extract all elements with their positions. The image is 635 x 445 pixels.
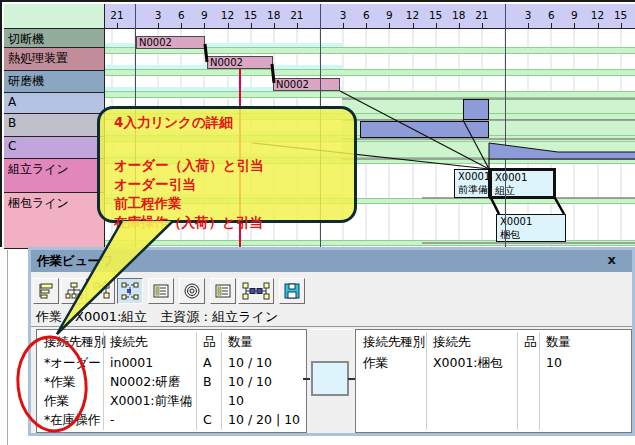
close-icon[interactable]: x bbox=[608, 252, 616, 267]
gantt-bar-n0002-grind[interactable]: N0002 bbox=[273, 78, 340, 91]
resource-tree-icon bbox=[37, 282, 55, 300]
row-divider bbox=[342, 158, 635, 160]
tick-mark bbox=[274, 23, 275, 28]
resource-tree-button[interactable] bbox=[33, 278, 59, 304]
tick-label: 21 bbox=[110, 9, 123, 21]
resource-row-label[interactable]: 組立ライン bbox=[4, 159, 105, 193]
annotation-line: オーダー引当 bbox=[114, 175, 354, 194]
op-box-packing[interactable]: X0001 梱包 bbox=[496, 214, 566, 242]
tick-label: 12 bbox=[591, 9, 604, 21]
tick-mark bbox=[621, 23, 622, 28]
order-mark-a[interactable] bbox=[463, 99, 489, 120]
tick-label: 9 bbox=[571, 9, 578, 21]
integrated-view-button[interactable] bbox=[117, 278, 143, 304]
row-divider bbox=[342, 138, 635, 140]
tick-label: 15 bbox=[244, 9, 257, 21]
tick-mark bbox=[366, 23, 367, 28]
tick-mark bbox=[459, 23, 460, 28]
table-row[interactable]: *オーダー in0001 A 10 / 10 bbox=[37, 353, 306, 372]
tick-mark bbox=[436, 23, 437, 28]
dialog-toolbar bbox=[33, 276, 307, 306]
tick-label: 15 bbox=[614, 9, 627, 21]
operation-viewer-dialog: 作業ビューワ x bbox=[28, 247, 635, 436]
output-links-table: 接続先種別 接続先 品 数量 作業 X0001:梱包 10 bbox=[355, 329, 632, 433]
input-links-table: 接続先種別 接続先 品 数量 *オーダー in0001 A 10 / 10 *作… bbox=[36, 329, 307, 433]
link-chart-button[interactable] bbox=[238, 278, 274, 304]
op-box-assembly[interactable]: X0001 組立 bbox=[489, 168, 556, 199]
tick-mark bbox=[181, 23, 182, 28]
node-connector bbox=[348, 378, 355, 380]
org-chart-button[interactable] bbox=[61, 278, 87, 304]
save-button[interactable] bbox=[279, 278, 305, 304]
link-chart-icon bbox=[242, 282, 270, 300]
tick-label: 9 bbox=[386, 9, 393, 21]
tick-label: 9 bbox=[201, 9, 208, 21]
row-separator-band bbox=[105, 69, 635, 76]
table-row[interactable]: 作業 X0001:前準備 10 bbox=[37, 391, 306, 410]
tick-label: 21 bbox=[475, 9, 488, 21]
gantt-bar-n0002-heat[interactable]: N0002 bbox=[207, 56, 273, 69]
tick-label: 12 bbox=[221, 9, 234, 21]
order-mark-b[interactable] bbox=[360, 121, 489, 138]
tick-label: 3 bbox=[340, 9, 347, 21]
tick-mark bbox=[389, 23, 390, 28]
resource-row-label[interactable]: 切断機 bbox=[4, 29, 105, 48]
resource-row-label[interactable]: A bbox=[4, 93, 105, 114]
gantt-bar-n0002-cut[interactable]: N0002 bbox=[136, 36, 205, 49]
tick-mark bbox=[228, 23, 229, 28]
operation-info-line: 作業：X0001:組立 主資源：組立ライン bbox=[36, 308, 278, 326]
target-icon bbox=[183, 282, 201, 300]
tick-label: 18 bbox=[452, 9, 465, 21]
window-edge-line bbox=[7, 250, 8, 445]
tick-mark bbox=[413, 23, 414, 28]
tick-mark bbox=[343, 23, 344, 28]
resource-row-label[interactable]: 梱包ライン bbox=[4, 193, 105, 249]
tick-label: 18 bbox=[267, 9, 280, 21]
tick-label: 6 bbox=[363, 9, 370, 21]
operation-form-button-2[interactable] bbox=[210, 278, 236, 304]
tick-mark bbox=[574, 23, 575, 28]
table-row[interactable]: *在庫操作 - C 10 / 20 | 10 bbox=[37, 410, 306, 429]
operation-node[interactable] bbox=[311, 361, 349, 396]
tick-label: 6 bbox=[548, 9, 555, 21]
resource-row-label[interactable]: C bbox=[4, 137, 105, 159]
tick-mark bbox=[204, 23, 205, 28]
node-connector bbox=[303, 378, 310, 380]
tick-label: 12 bbox=[406, 9, 419, 21]
tick-mark bbox=[158, 23, 159, 28]
resource-row-label[interactable]: B bbox=[4, 114, 105, 137]
annotation-balloon: 4入力リンクの詳細 オーダー（入荷）と引当 オーダー引当 前工程作業 在庫操作（… bbox=[97, 106, 357, 223]
table-row[interactable]: *作業 N0002:研磨 B 10 / 10 bbox=[37, 372, 306, 391]
tick-label: 15 bbox=[429, 9, 442, 21]
tick-mark bbox=[528, 23, 529, 28]
upstream-link-icon bbox=[93, 282, 111, 300]
resource-column-header bbox=[4, 4, 105, 29]
annotation-line: オーダー（入荷）と引当 bbox=[114, 156, 354, 175]
row-divider bbox=[422, 242, 635, 244]
tick-mark bbox=[251, 23, 252, 28]
operation-form-button[interactable] bbox=[148, 278, 174, 304]
dialog-titlebar[interactable]: 作業ビューワ x bbox=[31, 250, 632, 272]
save-floppy-icon bbox=[283, 282, 301, 300]
op-box-prep[interactable]: X0001 前準備 bbox=[454, 169, 489, 198]
tick-label: 6 bbox=[178, 9, 185, 21]
day-boundary bbox=[505, 4, 506, 249]
resource-row-label[interactable]: 研磨機 bbox=[4, 71, 105, 93]
tick-mark bbox=[598, 23, 599, 28]
table-header-row: 接続先種別 接続先 品 数量 bbox=[356, 332, 631, 351]
annotation-title: 4入力リンクの詳細 bbox=[114, 114, 354, 132]
operation-form-icon bbox=[214, 282, 232, 300]
table-header-row: 接続先種別 接続先 品 数量 bbox=[37, 332, 306, 351]
org-chart-icon bbox=[65, 282, 83, 300]
dialog-title: 作業ビューワ bbox=[31, 253, 113, 270]
tick-label: 3 bbox=[525, 9, 532, 21]
tick-label: 21 bbox=[290, 9, 303, 21]
resource-row-label[interactable]: 熱処理装置 bbox=[4, 48, 105, 71]
annotation-line: 在庫操作（入荷）と引当 bbox=[114, 213, 354, 232]
table-row[interactable]: 作業 X0001:梱包 10 bbox=[356, 353, 631, 372]
upstream-link-button[interactable] bbox=[89, 278, 115, 304]
tick-mark bbox=[551, 23, 552, 28]
timescale-header: 2136912151821369121518213691215 bbox=[105, 4, 635, 29]
dispatch-target-button[interactable] bbox=[179, 278, 205, 304]
tick-mark bbox=[482, 23, 483, 28]
